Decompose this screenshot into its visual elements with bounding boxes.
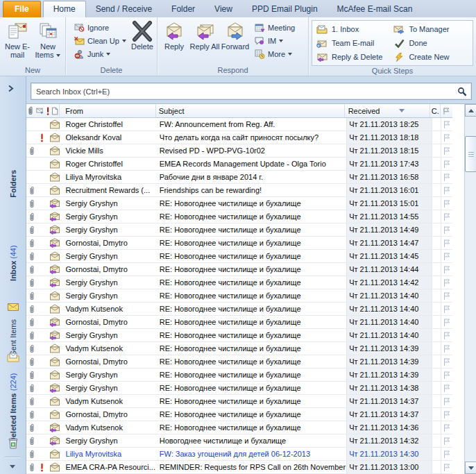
message-row[interactable]: Oleksandr Koval Что делать когда на сайт… bbox=[26, 131, 452, 144]
flag-icon[interactable] bbox=[441, 263, 452, 276]
flag-column-header[interactable] bbox=[441, 104, 452, 117]
message-row[interactable]: Roger Christoffel EMEA Records Managemen… bbox=[26, 158, 452, 171]
flag-icon[interactable] bbox=[441, 158, 452, 170]
sidebar-item-inbox[interactable]: Inbox(44) bbox=[0, 245, 26, 281]
message-row[interactable]: Vadym Kutsenok RE: Новогоднее чистилище … bbox=[26, 303, 452, 316]
message-row[interactable]: Sergiy Gryshyn RE: Новогоднее чистилище … bbox=[26, 329, 452, 342]
message-row[interactable]: EMEA CRA-PA Resourci... REMINDER: Reques… bbox=[26, 461, 452, 474]
flag-icon[interactable] bbox=[441, 408, 452, 421]
deleted-items-icon[interactable] bbox=[0, 437, 26, 449]
subject-column-header[interactable]: Subject bbox=[156, 104, 345, 117]
search-box[interactable] bbox=[31, 83, 472, 100]
message-row[interactable]: Sergiy Gryshyn RE: Новогоднее чистилище … bbox=[26, 210, 452, 223]
flag-icon[interactable] bbox=[441, 237, 452, 249]
categories-column-header[interactable]: C. bbox=[430, 104, 441, 117]
quick-step-team-email[interactable]: Team E-mail bbox=[315, 36, 382, 50]
flag-icon[interactable] bbox=[441, 329, 452, 341]
im-button[interactable]: IM bbox=[250, 34, 298, 47]
sidebar-item-sent-items[interactable]: Sent Items bbox=[0, 319, 26, 356]
message-row[interactable]: Sergiy Gryshyn RE: Новогоднее чистилище … bbox=[26, 223, 452, 237]
expand-navigation-pane-button[interactable] bbox=[8, 83, 14, 95]
message-row[interactable]: Vickie Mills Revised PD - WPD-PVG-10r02 … bbox=[26, 144, 452, 158]
flag-icon[interactable] bbox=[441, 369, 452, 381]
scroll-up-button[interactable] bbox=[465, 104, 476, 117]
flag-icon[interactable] bbox=[441, 355, 452, 368]
new-email-button[interactable]: New E-mail bbox=[2, 18, 33, 59]
flag-icon[interactable] bbox=[441, 184, 452, 196]
inbox-icon[interactable] bbox=[0, 303, 26, 312]
clean-up-button[interactable]: Clean Up bbox=[70, 34, 129, 47]
quick-step-reply-delete[interactable]: Reply & Delete bbox=[315, 50, 382, 64]
flag-icon[interactable] bbox=[441, 131, 452, 144]
flag-icon[interactable] bbox=[441, 461, 452, 473]
message-row[interactable]: Vadym Kutsenok RE: Новогоднее чистилище … bbox=[26, 421, 452, 434]
reply-button[interactable]: Reply bbox=[159, 18, 189, 51]
message-row[interactable]: Gornostai, Dmytro RE: Новогоднее чистили… bbox=[26, 263, 452, 276]
flag-icon[interactable] bbox=[441, 421, 452, 434]
scrollbar-thumb[interactable] bbox=[465, 136, 476, 172]
importance-column-header[interactable] bbox=[44, 104, 51, 117]
flag-icon[interactable] bbox=[441, 303, 452, 315]
message-row[interactable]: Sergiy Gryshyn Новогоднее чистилище и бу… bbox=[26, 434, 452, 448]
flag-icon[interactable] bbox=[441, 434, 452, 447]
attachment-column-header[interactable] bbox=[26, 104, 35, 117]
message-row[interactable]: Liliya Myrovitska FW: Заказ угощений для… bbox=[26, 448, 452, 461]
reply-all-button[interactable]: Reply All bbox=[189, 18, 220, 51]
delete-button[interactable]: Delete bbox=[129, 18, 155, 51]
message-row[interactable]: Sergiy Gryshyn RE: Новогоднее чистилище … bbox=[26, 197, 452, 210]
search-icon[interactable] bbox=[457, 87, 467, 99]
message-row[interactable]: Gornostai, Dmytro RE: Новогоднее чистили… bbox=[26, 237, 452, 250]
tab-view[interactable]: View bbox=[205, 1, 242, 17]
flag-icon[interactable] bbox=[441, 197, 452, 210]
flag-icon[interactable] bbox=[441, 144, 452, 157]
message-row[interactable]: Vadym Kutsenok RE: Новогоднее чистилище … bbox=[26, 395, 452, 408]
flag-icon[interactable] bbox=[441, 342, 452, 355]
message-type-column-header[interactable] bbox=[35, 104, 44, 117]
flag-icon[interactable] bbox=[441, 289, 452, 302]
flag-icon[interactable] bbox=[441, 382, 452, 394]
sidebar-item-deleted-items[interactable]: Deleted Items(224) bbox=[0, 373, 26, 443]
message-row[interactable]: Liliya Myrovitska Рабочие дни в январе 2… bbox=[26, 171, 452, 184]
flag-icon[interactable] bbox=[441, 448, 452, 460]
sidebar-splitter[interactable] bbox=[5, 457, 20, 458]
flag-icon[interactable] bbox=[441, 276, 452, 289]
ignore-button[interactable]: Ignore bbox=[70, 21, 129, 34]
message-row[interactable]: Sergiy Gryshyn RE: Новогоднее чистилище … bbox=[26, 369, 452, 382]
tab-home[interactable]: Home bbox=[43, 1, 86, 17]
tab-ppd-email-plugin[interactable]: PPD Email Plugin bbox=[242, 1, 328, 17]
message-row[interactable]: Sergiy Gryshyn RE: Новогоднее чистилище … bbox=[26, 250, 452, 263]
flag-icon[interactable] bbox=[441, 223, 452, 236]
junk-button[interactable]: Junk bbox=[70, 47, 129, 60]
document-type-column-header[interactable] bbox=[51, 104, 60, 117]
message-row[interactable]: Sergiy Gryshyn RE: Новогоднее чистилище … bbox=[26, 289, 452, 303]
flag-icon[interactable] bbox=[441, 395, 452, 407]
more-button[interactable]: More bbox=[250, 47, 298, 60]
flag-icon[interactable] bbox=[441, 171, 452, 183]
scroll-down-button[interactable] bbox=[465, 462, 476, 474]
flag-icon[interactable] bbox=[441, 210, 452, 223]
tab-mcafee-email-scan[interactable]: McAfee E-mail Scan bbox=[328, 1, 423, 17]
message-row[interactable]: Gornostai, Dmytro RE: Новогоднее чистили… bbox=[26, 316, 452, 329]
message-row[interactable]: Gornostai, Dmytro RE: Новогоднее чистили… bbox=[26, 355, 452, 369]
flag-icon[interactable] bbox=[441, 118, 452, 130]
received-column-header[interactable]: Received bbox=[345, 104, 431, 117]
configure-buttons-icon[interactable] bbox=[10, 465, 15, 468]
tab-file[interactable]: File bbox=[3, 1, 41, 17]
meeting-button[interactable]: Meeting bbox=[250, 21, 298, 34]
message-row[interactable]: Vadym Kutsenok RE: Новогоднее чистилище … bbox=[26, 342, 452, 355]
flag-icon[interactable] bbox=[441, 250, 452, 262]
tab-send-receive[interactable]: Send / Receive bbox=[86, 1, 162, 17]
quick-step-inbox[interactable]: 1. Inbox bbox=[315, 22, 382, 36]
forward-button[interactable]: Forward bbox=[220, 18, 250, 51]
tab-folder[interactable]: Folder bbox=[162, 1, 205, 17]
search-input[interactable] bbox=[31, 83, 471, 99]
sidebar-folders-label[interactable]: Folders bbox=[0, 170, 26, 198]
message-row[interactable]: Sergiy Gryshyn RE: Новогоднее чистилище … bbox=[26, 276, 452, 289]
message-row[interactable]: Recruitment Rewards (... Friendships can… bbox=[26, 184, 452, 197]
new-items-button[interactable]: New Items bbox=[33, 18, 63, 59]
from-column-header[interactable]: From bbox=[60, 104, 156, 117]
quick-step-done[interactable]: Done bbox=[392, 36, 449, 50]
flag-icon[interactable] bbox=[441, 316, 452, 328]
message-row[interactable]: Gornostai, Dmytro RE: Новогоднее чистили… bbox=[26, 408, 452, 421]
quick-step-create-new[interactable]: Create New bbox=[392, 50, 449, 64]
